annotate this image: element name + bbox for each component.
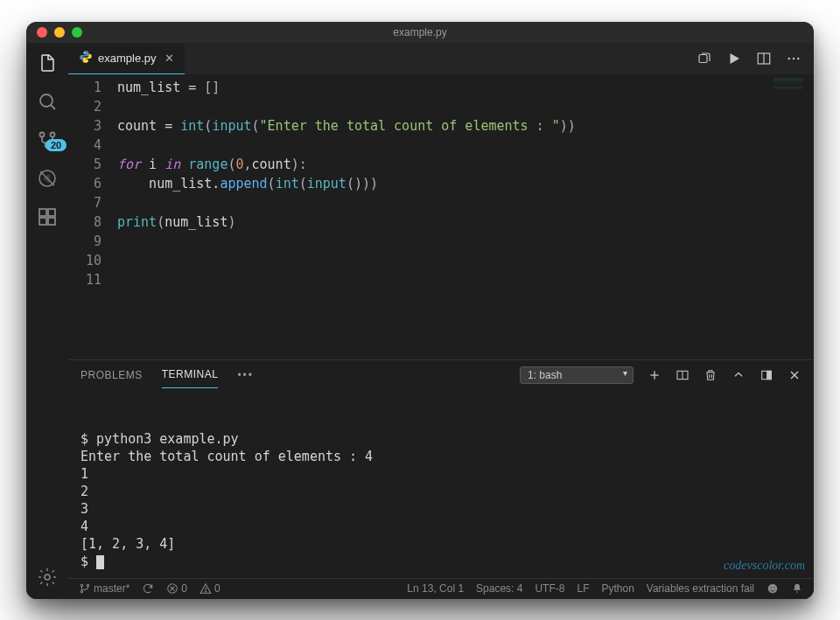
new-terminal-icon[interactable] [648, 368, 662, 382]
svg-point-3 [51, 132, 55, 136]
run-icon[interactable] [726, 51, 742, 66]
code-editor[interactable]: 1234567891011 num_list = []count = int(i… [68, 74, 814, 359]
window-title: example.py [26, 26, 814, 38]
minimap[interactable] [770, 74, 814, 359]
panel-tab-more-icon[interactable]: ••• [237, 369, 254, 381]
status-bar: master* 0 0 Ln 13, Col 1 Spaces: 4 UTF-8… [68, 578, 814, 599]
svg-point-0 [40, 94, 52, 107]
panel-tab-problems[interactable]: PROBLEMS [80, 362, 143, 388]
more-actions-icon[interactable] [786, 51, 802, 66]
svg-point-11 [45, 575, 50, 580]
svg-point-18 [793, 57, 794, 59]
terminal-select[interactable]: 1: bash [520, 366, 634, 384]
split-terminal-icon[interactable] [676, 368, 690, 382]
code-area[interactable]: num_list = []count = int(input("Enter th… [112, 74, 770, 359]
titlebar[interactable]: example.py [26, 22, 814, 43]
panel-tab-terminal[interactable]: TERMINAL [162, 361, 219, 388]
tab-filename: example.py [98, 52, 156, 65]
feedback-icon[interactable] [766, 582, 779, 595]
svg-line-6 [40, 171, 54, 185]
svg-rect-9 [39, 218, 46, 225]
svg-point-19 [797, 57, 799, 59]
svg-rect-10 [48, 218, 55, 225]
svg-rect-8 [48, 209, 55, 216]
watermark: codevscolor.com [724, 557, 805, 575]
search-icon[interactable] [36, 90, 59, 113]
debug-icon[interactable] [36, 167, 59, 190]
encoding[interactable]: UTF-8 [535, 582, 564, 595]
python-file-icon [79, 50, 93, 66]
svg-point-17 [788, 57, 790, 59]
git-branch[interactable]: master* [79, 582, 130, 595]
svg-point-35 [206, 591, 206, 592]
close-panel-icon[interactable] [788, 368, 802, 382]
compare-changes-icon[interactable] [696, 51, 712, 66]
tab-example-py[interactable]: example.py ✕ [68, 43, 185, 74]
svg-rect-7 [39, 209, 46, 216]
bottom-panel: PROBLEMS TERMINAL ••• 1: bash $ python3 … [68, 359, 814, 578]
extensions-icon[interactable] [36, 206, 59, 228]
split-editor-icon[interactable] [756, 51, 772, 66]
close-tab-icon[interactable]: ✕ [164, 52, 174, 65]
window: example.py 20 [26, 22, 814, 599]
svg-point-12 [84, 52, 85, 52]
explorer-icon[interactable] [36, 52, 59, 74]
svg-point-29 [80, 590, 82, 592]
svg-point-2 [40, 132, 45, 136]
svg-line-1 [51, 105, 55, 109]
svg-point-36 [768, 584, 778, 594]
svg-point-30 [87, 584, 88, 586]
panel-layout-icon[interactable] [760, 368, 774, 382]
kill-terminal-icon[interactable] [704, 368, 718, 382]
svg-point-28 [80, 584, 82, 586]
activity-bar: 20 [26, 43, 68, 599]
errors-count[interactable]: 0 [166, 582, 187, 595]
svg-rect-14 [699, 54, 707, 62]
language-mode[interactable]: Python [601, 582, 634, 595]
line-gutter: 1234567891011 [68, 74, 112, 359]
settings-gear-icon[interactable] [36, 566, 59, 589]
maximize-panel-icon[interactable] [732, 368, 746, 382]
svg-point-38 [774, 587, 774, 588]
svg-rect-25 [767, 371, 772, 379]
status-message[interactable]: Variables extraction fail [647, 582, 754, 595]
bell-icon[interactable] [791, 582, 803, 595]
eol[interactable]: LF [577, 582, 589, 595]
warnings-count[interactable]: 0 [200, 582, 220, 595]
source-control-badge: 20 [46, 139, 66, 151]
cursor-position[interactable]: Ln 13, Col 1 [407, 582, 464, 595]
svg-point-37 [771, 587, 772, 588]
editor-tabs: example.py ✕ [68, 43, 814, 74]
svg-point-13 [87, 60, 88, 61]
terminal[interactable]: $ python3 example.pyEnter the total coun… [68, 390, 814, 578]
sync-icon[interactable] [142, 582, 154, 595]
indent-setting[interactable]: Spaces: 4 [476, 582, 522, 595]
